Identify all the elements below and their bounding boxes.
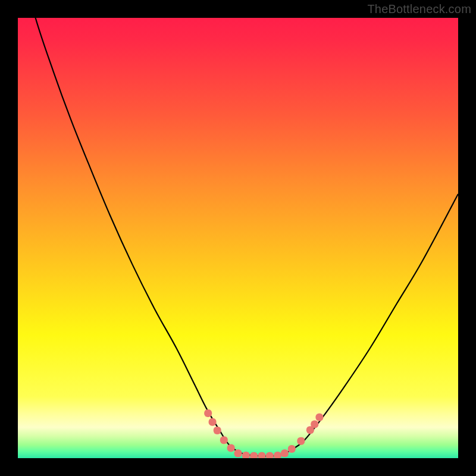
trough-marker [258,452,265,458]
trough-marker [266,452,274,458]
trough-marker [220,436,228,444]
trough-marker [204,409,212,417]
trough-marker [250,452,258,458]
trough-marker [288,445,296,453]
trough-marker [311,421,318,428]
trough-marker [214,427,221,434]
trough-marker [227,444,235,452]
watermark-text: TheBottleneck.com [367,2,471,16]
trough-marker [274,452,281,458]
trough-marker [234,449,242,457]
plot-area [18,18,458,458]
trough-marker [315,414,323,421]
trough-marker [242,452,250,458]
trough-marker [209,418,217,426]
trough-marker [297,437,305,445]
bottleneck-curve [18,18,458,456]
curve-svg [18,18,458,458]
chart-frame: TheBottleneck.com [0,0,476,476]
trough-marker [281,449,289,457]
